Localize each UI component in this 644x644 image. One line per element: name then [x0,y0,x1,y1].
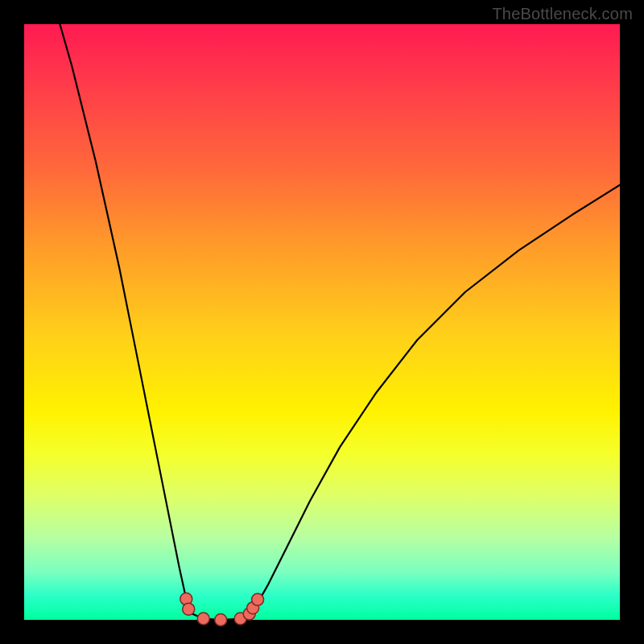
data-marker [183,603,195,615]
bottleneck-curve [60,24,620,620]
data-marker [215,614,227,626]
data-marker [197,613,209,625]
bottleneck-chart [0,0,644,644]
data-marker [252,593,264,605]
